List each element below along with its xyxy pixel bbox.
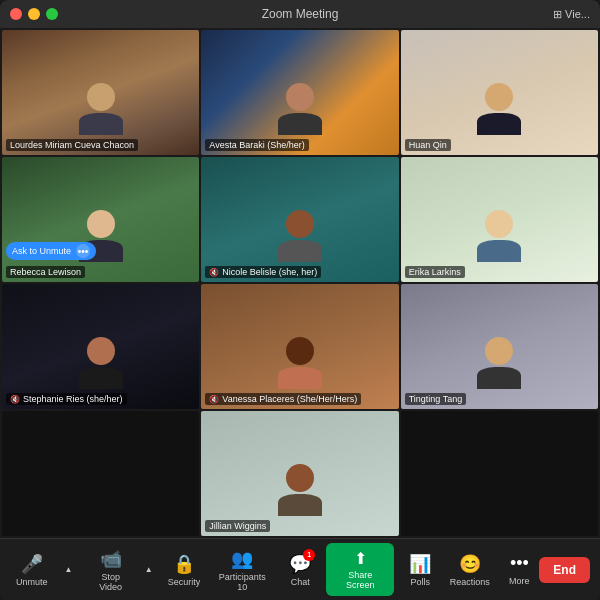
video-group[interactable]: 📹 Stop Video ▲ <box>88 544 164 596</box>
video-grid: Lourdes Miriam Cueva ChaconAvesta Baraki… <box>0 28 600 538</box>
avatar-head <box>286 337 314 365</box>
close-button[interactable] <box>10 8 22 20</box>
participants-button[interactable]: 👥 Participants 10 <box>210 544 274 596</box>
avatar-body <box>79 113 123 135</box>
video-chevron[interactable]: ▲ <box>134 561 164 578</box>
share-label: Share Screen <box>336 570 384 590</box>
participants-label: Participants 10 <box>216 572 268 592</box>
participant-avatar <box>278 464 322 516</box>
video-button[interactable]: 📹 Stop Video <box>88 544 134 596</box>
avatar-head <box>485 83 513 111</box>
video-cell: Tingting Tang <box>401 284 598 409</box>
participant-name-label: 🔇Vanessa Placeres (She/Her/Hers) <box>205 393 361 405</box>
avatar-body <box>278 240 322 262</box>
muted-mic-icon: 🔇 <box>209 268 219 277</box>
chat-badge-wrap: 💬 1 <box>289 553 311 575</box>
security-label: Security <box>168 577 201 587</box>
security-button[interactable]: 🔒 Security <box>164 549 204 591</box>
avatar-head <box>485 337 513 365</box>
more-icon: ••• <box>510 553 529 574</box>
participant-avatar <box>278 210 322 262</box>
reactions-button[interactable]: 😊 Reactions <box>446 549 493 591</box>
participant-name: Avesta Baraki (She/her) <box>209 140 304 150</box>
video-cell: 🔇Stephanie Ries (she/her) <box>2 284 199 409</box>
polls-icon: 📊 <box>409 553 431 575</box>
video-cell: Ask to Unmute•••Rebecca Lewison <box>2 157 199 282</box>
toolbar: 🎤 Unmute ▲ 📹 Stop Video ▲ 🔒 Security 👥 P… <box>0 538 600 600</box>
participant-name: Nicole Belisle (she, her) <box>222 267 317 277</box>
reactions-label: Reactions <box>450 577 490 587</box>
chat-button[interactable]: 💬 1 Chat <box>280 549 320 591</box>
participant-name-label: Jillian Wiggins <box>205 520 270 532</box>
participant-name-label: Lourdes Miriam Cueva Chacon <box>6 139 138 151</box>
participant-avatar <box>79 337 123 389</box>
avatar-head <box>87 210 115 238</box>
participant-name: Vanessa Placeres (She/Her/Hers) <box>222 394 357 404</box>
video-cell: 🔇Vanessa Placeres (She/Her/Hers) <box>201 284 398 409</box>
share-icon: ⬆ <box>354 549 367 568</box>
participant-avatar <box>79 83 123 135</box>
participant-name-label: Tingting Tang <box>405 393 467 405</box>
mute-group[interactable]: 🎤 Unmute ▲ <box>10 549 84 591</box>
avatar-head <box>87 83 115 111</box>
participant-name: Huan Qin <box>409 140 447 150</box>
participant-name-label: Huan Qin <box>405 139 451 151</box>
avatar-head <box>87 337 115 365</box>
avatar-head <box>485 210 513 238</box>
chat-badge: 1 <box>303 549 315 561</box>
video-cell: Erika Larkins <box>401 157 598 282</box>
avatar-head <box>286 83 314 111</box>
mute-chevron[interactable]: ▲ <box>54 561 84 578</box>
reactions-icon: 😊 <box>459 553 481 575</box>
participant-name: Lourdes Miriam Cueva Chacon <box>10 140 134 150</box>
video-cell: Lourdes Miriam Cueva Chacon <box>2 30 199 155</box>
mute-button[interactable]: 🎤 Unmute <box>10 549 54 591</box>
video-label: Stop Video <box>94 572 128 592</box>
participant-avatar <box>477 337 521 389</box>
polls-button[interactable]: 📊 Polls <box>400 549 440 591</box>
video-cell <box>401 411 598 536</box>
muted-mic-icon: 🔇 <box>209 395 219 404</box>
security-icon: 🔒 <box>173 553 195 575</box>
participant-avatar <box>278 337 322 389</box>
participant-avatar <box>278 83 322 135</box>
chevron-up-icon: ▲ <box>65 565 73 574</box>
share-screen-button[interactable]: ⬆ Share Screen <box>326 543 394 596</box>
unmute-text: Ask to Unmute <box>12 246 71 256</box>
more-icon[interactable]: ••• <box>76 244 90 258</box>
participant-name-label: Avesta Baraki (She/her) <box>205 139 308 151</box>
view-button[interactable]: ⊞ Vie... <box>553 8 590 21</box>
avatar-head <box>286 464 314 492</box>
video-cell: 🔇Nicole Belisle (she, her) <box>201 157 398 282</box>
participant-name-label: Erika Larkins <box>405 266 465 278</box>
avatar-body <box>477 367 521 389</box>
more-button[interactable]: ••• More <box>499 549 539 590</box>
avatar-body <box>278 113 322 135</box>
participant-name: Erika Larkins <box>409 267 461 277</box>
avatar-body <box>278 367 322 389</box>
mute-icon: 🎤 <box>21 553 43 575</box>
avatar-head <box>286 210 314 238</box>
ask-to-unmute-badge[interactable]: Ask to Unmute••• <box>6 242 96 260</box>
video-cell: Huan Qin <box>401 30 598 155</box>
participant-name-label: 🔇Nicole Belisle (she, her) <box>205 266 321 278</box>
muted-mic-icon: 🔇 <box>10 395 20 404</box>
maximize-button[interactable] <box>46 8 58 20</box>
participant-name: Rebecca Lewison <box>10 267 81 277</box>
avatar-body <box>278 494 322 516</box>
end-button[interactable]: End <box>539 557 590 583</box>
window-controls <box>10 8 58 20</box>
participant-avatar <box>477 83 521 135</box>
minimize-button[interactable] <box>28 8 40 20</box>
more-label: More <box>509 576 530 586</box>
mute-label: Unmute <box>16 577 48 587</box>
avatar-body <box>477 113 521 135</box>
window-title: Zoom Meeting <box>262 7 339 21</box>
participant-name: Tingting Tang <box>409 394 463 404</box>
title-bar: Zoom Meeting ⊞ Vie... <box>0 0 600 28</box>
video-cell: Jillian Wiggins <box>201 411 398 536</box>
participant-name-label: 🔇Stephanie Ries (she/her) <box>6 393 127 405</box>
participants-icon: 👥 <box>231 548 253 570</box>
video-cell: Avesta Baraki (She/her) <box>201 30 398 155</box>
chevron-up-icon2: ▲ <box>145 565 153 574</box>
